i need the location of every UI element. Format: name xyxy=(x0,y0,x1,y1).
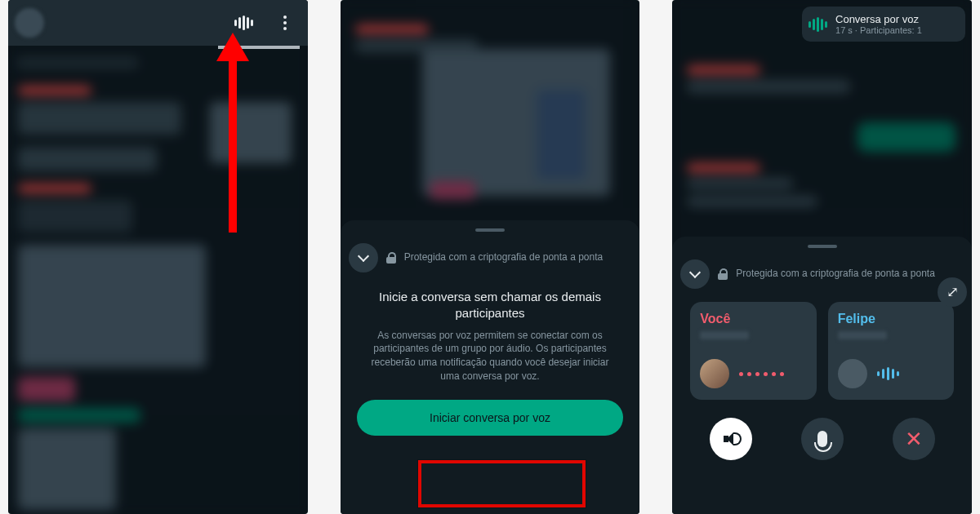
active-voice-chat-sheet: Protegida com a criptografia de ponta a … xyxy=(672,237,972,514)
screenshot-3-active-voice-chat: Conversa por voz 17 s · Participantes: 1… xyxy=(672,0,972,514)
lock-icon xyxy=(718,270,728,280)
banner-subtitle: 17 s · Participantes: 1 xyxy=(835,25,922,35)
call-actions-row: ✕ xyxy=(672,411,972,465)
voice-chat-banner[interactable]: Conversa por voz 17 s · Participantes: 1 xyxy=(802,7,965,42)
start-voice-chat-sheet: Protegida com a criptografia de ponta a … xyxy=(341,220,640,514)
sheet-drag-handle[interactable] xyxy=(475,228,505,232)
red-arrow-annotation xyxy=(216,33,249,233)
participant-name: Você xyxy=(700,312,806,326)
speaker-icon xyxy=(722,430,740,448)
avatar xyxy=(838,359,867,388)
participant-name: Felipe xyxy=(838,312,944,326)
microphone-icon xyxy=(817,431,827,447)
sheet-description: As conversas por voz permitem se conecta… xyxy=(341,329,640,400)
waveform-icon xyxy=(877,367,899,380)
encryption-notice: Protegida com a criptografia de ponta a … xyxy=(404,251,604,264)
participant-card-you[interactable]: Você xyxy=(690,302,816,400)
participant-card-other[interactable]: Felipe xyxy=(828,302,954,400)
expand-button[interactable]: ⤢ xyxy=(938,277,967,307)
participant-sub-blur xyxy=(838,331,887,339)
close-icon: ✕ xyxy=(905,427,923,452)
chat-header xyxy=(8,0,308,46)
start-voice-chat-button[interactable]: Iniciar conversa por voz xyxy=(357,400,624,436)
sheet-drag-handle[interactable] xyxy=(808,245,837,248)
encryption-notice: Protegida com a criptografia de ponta a … xyxy=(736,268,935,281)
kebab-menu-icon xyxy=(283,16,287,30)
participants-row: Você Felipe xyxy=(672,294,972,411)
menu-button[interactable] xyxy=(269,7,301,39)
speaking-indicator-icon xyxy=(739,372,784,376)
collapse-button[interactable] xyxy=(680,259,710,289)
screenshot-1-chat-screen xyxy=(8,0,308,514)
red-highlight-annotation xyxy=(418,460,586,507)
participant-sub-blur xyxy=(700,331,749,339)
chevron-down-icon xyxy=(358,250,369,262)
leave-button[interactable]: ✕ xyxy=(893,418,935,460)
chat-blur-bg xyxy=(8,0,308,514)
voice-chat-icon xyxy=(234,16,253,30)
chevron-down-icon xyxy=(689,267,701,278)
avatar xyxy=(700,359,729,388)
lock-icon xyxy=(386,254,396,264)
collapse-button[interactable] xyxy=(349,243,378,273)
screenshot-2-start-sheet: Protegida com a criptografia de ponta a … xyxy=(341,0,640,514)
banner-title: Conversa por voz xyxy=(835,13,922,25)
group-avatar[interactable] xyxy=(15,8,44,38)
speaker-button[interactable] xyxy=(710,418,752,460)
mute-button[interactable] xyxy=(801,418,844,460)
voice-chat-icon xyxy=(808,17,827,32)
sheet-heading: Inicie a conversa sem chamar os demais p… xyxy=(341,277,640,329)
